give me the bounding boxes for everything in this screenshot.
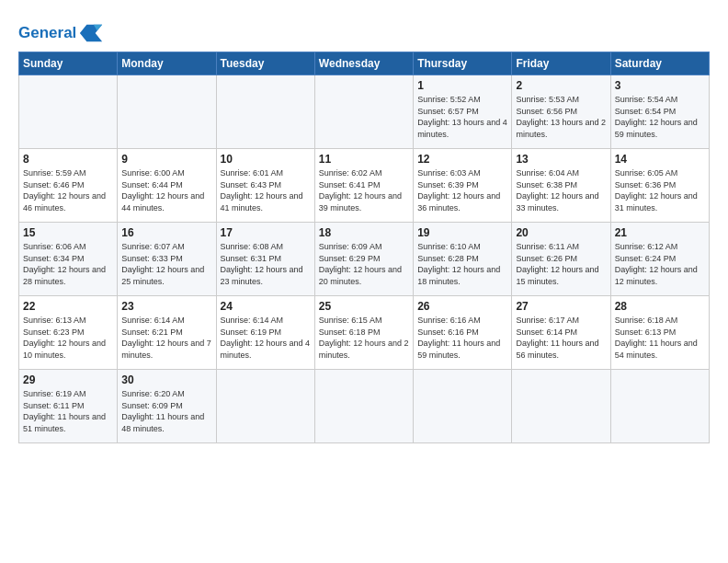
cell-info: Sunrise: 6:04 AMSunset: 6:38 PMDaylight:… (516, 168, 598, 213)
day-number: 3 (615, 79, 705, 92)
header-cell-sunday: Sunday (19, 52, 118, 75)
cell-info: Sunrise: 6:17 AMSunset: 6:14 PMDaylight:… (516, 316, 598, 360)
day-number: 24 (221, 300, 311, 313)
week-row-4: 29 Sunrise: 6:19 AMSunset: 6:11 PMDaylig… (19, 370, 710, 443)
cell-info: Sunrise: 6:05 AMSunset: 6:36 PMDaylight:… (615, 168, 698, 213)
day-number: 29 (23, 373, 113, 386)
calendar-cell (216, 370, 314, 443)
calendar-cell: 22 Sunrise: 6:13 AMSunset: 6:23 PMDaylig… (19, 296, 118, 370)
cell-info: Sunrise: 6:16 AMSunset: 6:16 PMDaylight:… (417, 316, 500, 360)
logo-text: General (18, 24, 76, 42)
week-row-2: 15 Sunrise: 6:06 AMSunset: 6:34 PMDaylig… (19, 223, 710, 296)
header-row: SundayMondayTuesdayWednesdayThursdayFrid… (19, 52, 710, 75)
week-row-0: 1 Sunrise: 5:52 AMSunset: 6:57 PMDayligh… (19, 75, 710, 149)
calendar-cell: 25 Sunrise: 6:15 AMSunset: 6:18 PMDaylig… (314, 296, 413, 370)
day-number: 22 (23, 300, 113, 313)
calendar-cell: 13 Sunrise: 6:04 AMSunset: 6:38 PMDaylig… (512, 149, 610, 223)
calendar-cell: 26 Sunrise: 6:16 AMSunset: 6:16 PMDaylig… (414, 296, 512, 370)
calendar-cell: 29 Sunrise: 6:19 AMSunset: 6:11 PMDaylig… (19, 370, 118, 443)
cell-info: Sunrise: 5:59 AMSunset: 6:46 PMDaylight:… (23, 168, 106, 213)
cell-info: Sunrise: 6:13 AMSunset: 6:23 PMDaylight:… (23, 316, 106, 360)
day-number: 13 (516, 153, 606, 166)
cell-info: Sunrise: 5:54 AMSunset: 6:54 PMDaylight:… (615, 95, 698, 139)
calendar-cell (19, 75, 118, 149)
cell-info: Sunrise: 6:08 AMSunset: 6:31 PMDaylight:… (221, 242, 303, 286)
calendar-cell (512, 370, 610, 443)
calendar-cell: 28 Sunrise: 6:18 AMSunset: 6:13 PMDaylig… (610, 296, 709, 370)
calendar-cell: 19 Sunrise: 6:10 AMSunset: 6:28 PMDaylig… (414, 223, 512, 296)
cell-info: Sunrise: 6:00 AMSunset: 6:44 PMDaylight:… (121, 168, 204, 213)
calendar-cell: 17 Sunrise: 6:08 AMSunset: 6:31 PMDaylig… (216, 223, 314, 296)
header-cell-wednesday: Wednesday (314, 52, 413, 75)
week-row-3: 22 Sunrise: 6:13 AMSunset: 6:23 PMDaylig… (19, 296, 710, 370)
cell-info: Sunrise: 6:02 AMSunset: 6:41 PMDaylight:… (319, 168, 402, 213)
header-cell-monday: Monday (118, 52, 216, 75)
calendar-cell: 23 Sunrise: 6:14 AMSunset: 6:21 PMDaylig… (118, 296, 216, 370)
calendar-cell (314, 75, 413, 149)
calendar-cell: 14 Sunrise: 6:05 AMSunset: 6:36 PMDaylig… (610, 149, 709, 223)
calendar-cell (610, 370, 709, 443)
cell-info: Sunrise: 6:12 AMSunset: 6:24 PMDaylight:… (615, 242, 698, 286)
header-cell-thursday: Thursday (414, 52, 512, 75)
calendar-cell: 2 Sunrise: 5:53 AMSunset: 6:56 PMDayligh… (512, 75, 610, 149)
day-number: 15 (23, 226, 113, 239)
cell-info: Sunrise: 6:01 AMSunset: 6:43 PMDaylight:… (221, 168, 303, 213)
day-number: 23 (121, 300, 211, 313)
day-number: 18 (319, 226, 409, 239)
calendar-cell: 27 Sunrise: 6:17 AMSunset: 6:14 PMDaylig… (512, 296, 610, 370)
cell-info: Sunrise: 6:19 AMSunset: 6:11 PMDaylight:… (23, 389, 106, 433)
logo: General (18, 20, 104, 44)
calendar-cell: 24 Sunrise: 6:14 AMSunset: 6:19 PMDaylig… (216, 296, 314, 370)
calendar-cell: 3 Sunrise: 5:54 AMSunset: 6:54 PMDayligh… (610, 75, 709, 149)
calendar-cell: 1 Sunrise: 5:52 AMSunset: 6:57 PMDayligh… (414, 75, 512, 149)
header-cell-saturday: Saturday (610, 52, 709, 75)
cell-info: Sunrise: 6:18 AMSunset: 6:13 PMDaylight:… (615, 316, 698, 360)
day-number: 17 (221, 226, 311, 239)
calendar-cell: 16 Sunrise: 6:07 AMSunset: 6:33 PMDaylig… (118, 223, 216, 296)
day-number: 30 (121, 373, 211, 386)
day-number: 16 (121, 226, 211, 239)
logo-icon (78, 20, 104, 46)
cell-info: Sunrise: 6:07 AMSunset: 6:33 PMDaylight:… (121, 242, 204, 286)
calendar-cell (314, 370, 413, 443)
day-number: 12 (417, 153, 507, 166)
calendar-cell: 15 Sunrise: 6:06 AMSunset: 6:34 PMDaylig… (19, 223, 118, 296)
calendar-cell: 18 Sunrise: 6:09 AMSunset: 6:29 PMDaylig… (314, 223, 413, 296)
calendar-table: SundayMondayTuesdayWednesdayThursdayFrid… (18, 52, 710, 443)
calendar-cell: 11 Sunrise: 6:02 AMSunset: 6:41 PMDaylig… (314, 149, 413, 223)
day-number: 26 (417, 300, 507, 313)
calendar-cell: 12 Sunrise: 6:03 AMSunset: 6:39 PMDaylig… (414, 149, 512, 223)
day-number: 14 (615, 153, 705, 166)
calendar-cell (118, 75, 216, 149)
cell-info: Sunrise: 6:11 AMSunset: 6:26 PMDaylight:… (516, 242, 598, 286)
week-row-1: 8 Sunrise: 5:59 AMSunset: 6:46 PMDayligh… (19, 149, 710, 223)
cell-info: Sunrise: 6:10 AMSunset: 6:28 PMDaylight:… (417, 242, 500, 286)
calendar-cell: 21 Sunrise: 6:12 AMSunset: 6:24 PMDaylig… (610, 223, 709, 296)
cell-info: Sunrise: 6:03 AMSunset: 6:39 PMDaylight:… (417, 168, 500, 213)
cell-info: Sunrise: 6:15 AMSunset: 6:18 PMDaylight:… (319, 316, 409, 360)
day-number: 10 (221, 153, 311, 166)
day-number: 28 (615, 300, 705, 313)
header-cell-tuesday: Tuesday (216, 52, 314, 75)
calendar-cell (414, 370, 512, 443)
day-number: 21 (615, 226, 705, 239)
cell-info: Sunrise: 6:20 AMSunset: 6:09 PMDaylight:… (121, 389, 204, 433)
day-number: 2 (516, 79, 606, 92)
day-number: 1 (417, 79, 507, 92)
day-number: 25 (319, 300, 409, 313)
calendar-cell (216, 75, 314, 149)
header-cell-friday: Friday (512, 52, 610, 75)
calendar-cell: 10 Sunrise: 6:01 AMSunset: 6:43 PMDaylig… (216, 149, 314, 223)
day-number: 19 (417, 226, 507, 239)
calendar-cell: 9 Sunrise: 6:00 AMSunset: 6:44 PMDayligh… (118, 149, 216, 223)
cell-info: Sunrise: 6:09 AMSunset: 6:29 PMDaylight:… (319, 242, 402, 286)
cell-info: Sunrise: 6:14 AMSunset: 6:21 PMDaylight:… (121, 316, 211, 360)
page: General SundayMondayTuesdayWednesdayThur… (0, 0, 728, 563)
cell-info: Sunrise: 6:14 AMSunset: 6:19 PMDaylight:… (221, 316, 311, 360)
day-number: 9 (121, 153, 211, 166)
calendar-cell: 30 Sunrise: 6:20 AMSunset: 6:09 PMDaylig… (118, 370, 216, 443)
cell-info: Sunrise: 6:06 AMSunset: 6:34 PMDaylight:… (23, 242, 106, 286)
cell-info: Sunrise: 5:53 AMSunset: 6:56 PMDaylight:… (516, 95, 606, 139)
calendar-cell: 20 Sunrise: 6:11 AMSunset: 6:26 PMDaylig… (512, 223, 610, 296)
header: General (18, 17, 710, 44)
